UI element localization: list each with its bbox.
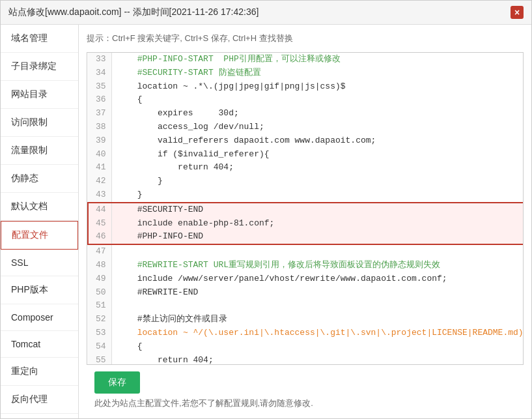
sidebar-item[interactable]: 子目录绑定 bbox=[1, 53, 78, 81]
main-content: 提示：Ctrl+F 搜索关键字, Ctrl+S 保存, Ctrl+H 查找替换 … bbox=[79, 25, 531, 418]
line-code: { bbox=[111, 93, 524, 107]
footer-bar: 保存 此处为站点主配置文件,若您不了解配置规则,请勿随意修改. bbox=[87, 365, 524, 413]
line-number: 46 bbox=[88, 230, 111, 244]
sidebar-item[interactable]: 访问限制 bbox=[1, 109, 78, 137]
table-row: 35 location ~ .*\.(jpg|jpeg|gif|png|js|c… bbox=[88, 80, 524, 94]
table-row: 43 } bbox=[88, 188, 524, 203]
line-number: 38 bbox=[88, 121, 111, 134]
line-number: 42 bbox=[88, 175, 111, 188]
line-number: 40 bbox=[88, 148, 111, 162]
line-code: #REWRITE-START URL重写规则引用，修改后将导致面板设置的伪静态规… bbox=[111, 259, 524, 272]
line-code: { bbox=[111, 340, 524, 354]
line-code: } bbox=[111, 175, 524, 188]
footer-hint: 此处为站点主配置文件,若您不了解配置规则,请勿随意修改. bbox=[94, 397, 516, 409]
line-code: #SECURITY-START 防盗链配置 bbox=[111, 66, 524, 80]
sidebar-item[interactable]: 网站目录 bbox=[1, 81, 78, 109]
sidebar: 域名管理子目录绑定网站目录访问限制流量限制伪静态默认文档配置文件SSLPHP版本… bbox=[1, 25, 79, 418]
table-row: 54 { bbox=[88, 340, 524, 354]
hint-bar: 提示：Ctrl+F 搜索关键字, Ctrl+S 保存, Ctrl+H 查找替换 bbox=[87, 30, 524, 47]
line-code: #PHP-INFO-END bbox=[111, 230, 524, 244]
modal-window: 站点修改[www.dapaoit.com] -- 添加时间[2021-11-26… bbox=[0, 0, 532, 419]
table-row: 37 expires 30d; bbox=[88, 107, 524, 121]
table-row: 39 valid_referers dapaoit.com www.dapaoi… bbox=[88, 134, 524, 148]
line-code: } bbox=[111, 188, 524, 203]
sidebar-item[interactable]: 域名管理 bbox=[1, 25, 78, 53]
modal-title: 站点修改[www.dapaoit.com] -- 添加时间[2021-11-26… bbox=[8, 7, 259, 18]
line-code: return 404; bbox=[111, 161, 524, 175]
line-number: 47 bbox=[88, 244, 111, 259]
table-row: 53 location ~ ^/(\.user.ini|\.htaccess|\… bbox=[88, 326, 524, 340]
modal-body: 域名管理子目录绑定网站目录访问限制流量限制伪静态默认文档配置文件SSLPHP版本… bbox=[1, 25, 531, 418]
line-number: 37 bbox=[88, 107, 111, 121]
sidebar-item[interactable]: 重定向 bbox=[1, 358, 78, 386]
table-row: 41 return 404; bbox=[88, 161, 524, 175]
table-row: 45 include enable-php-81.conf; bbox=[88, 217, 524, 231]
line-number: 52 bbox=[88, 313, 111, 326]
sidebar-item[interactable]: Composer bbox=[1, 304, 78, 331]
sidebar-item[interactable]: 流量限制 bbox=[1, 137, 78, 165]
close-button[interactable]: × bbox=[511, 6, 524, 19]
line-code: #REWRITE-END bbox=[111, 286, 524, 300]
line-number: 48 bbox=[88, 259, 111, 272]
table-row: 42 } bbox=[88, 175, 524, 188]
line-code: location ~ .*\.(jpg|jpeg|gif|png|js|css)… bbox=[111, 80, 524, 94]
table-row: 44 #SECURITY-END bbox=[88, 203, 524, 217]
line-number: 55 bbox=[88, 354, 111, 365]
table-row: 34 #SECURITY-START 防盗链配置 bbox=[88, 66, 524, 80]
line-code: valid_referers dapaoit.com www.dapaoit.c… bbox=[111, 134, 524, 148]
sidebar-item[interactable]: 配置文件 bbox=[1, 221, 78, 250]
line-number: 34 bbox=[88, 66, 111, 80]
line-number: 33 bbox=[88, 53, 111, 66]
sidebar-item[interactable]: 反向代理 bbox=[1, 386, 78, 414]
line-number: 35 bbox=[88, 80, 111, 94]
line-number: 36 bbox=[88, 93, 111, 107]
line-number: 44 bbox=[88, 203, 111, 217]
line-number: 53 bbox=[88, 326, 111, 340]
line-number: 49 bbox=[88, 272, 111, 286]
table-row: 46 #PHP-INFO-END bbox=[88, 230, 524, 244]
line-code: location ~ ^/(\.user.ini|\.htaccess|\.gi… bbox=[111, 326, 524, 340]
line-code: return 404; bbox=[111, 354, 524, 365]
table-row: 50 #REWRITE-END bbox=[88, 286, 524, 300]
line-number: 54 bbox=[88, 340, 111, 354]
line-code: access_log /dev/null; bbox=[111, 121, 524, 134]
table-row: 40 if ($invalid_referer){ bbox=[88, 148, 524, 162]
table-row: 47 bbox=[88, 244, 524, 259]
line-code: include /www/server/panel/vhost/rewrite/… bbox=[111, 272, 524, 286]
line-number: 39 bbox=[88, 134, 111, 148]
table-row: 52 #禁止访问的文件或目录 bbox=[88, 313, 524, 326]
title-bar: 站点修改[www.dapaoit.com] -- 添加时间[2021-11-26… bbox=[1, 1, 531, 25]
line-code: expires 30d; bbox=[111, 107, 524, 121]
sidebar-item[interactable]: 伪静态 bbox=[1, 165, 78, 193]
table-row: 48 #REWRITE-START URL重写规则引用，修改后将导致面板设置的伪… bbox=[88, 259, 524, 272]
code-editor[interactable]: 33 #PHP-INFO-START PHP引用配置，可以注释或修改34 #SE… bbox=[87, 52, 524, 365]
line-code: if ($invalid_referer){ bbox=[111, 148, 524, 162]
line-code bbox=[111, 299, 524, 313]
line-number: 51 bbox=[88, 299, 111, 313]
sidebar-item[interactable]: 默认文档 bbox=[1, 193, 78, 221]
table-row: 38 access_log /dev/null; bbox=[88, 121, 524, 134]
line-code: #PHP-INFO-START PHP引用配置，可以注释或修改 bbox=[111, 53, 524, 66]
save-button[interactable]: 保存 bbox=[94, 371, 140, 394]
sidebar-item[interactable]: PHP版本 bbox=[1, 276, 78, 304]
line-number: 41 bbox=[88, 161, 111, 175]
table-row: 36 { bbox=[88, 93, 524, 107]
line-number: 50 bbox=[88, 286, 111, 300]
table-row: 49 include /www/server/panel/vhost/rewri… bbox=[88, 272, 524, 286]
sidebar-item[interactable]: SSL bbox=[1, 250, 78, 276]
line-number: 43 bbox=[88, 188, 111, 203]
table-row: 51 bbox=[88, 299, 524, 313]
sidebar-item[interactable]: Tomcat bbox=[1, 331, 78, 358]
line-code: #SECURITY-END bbox=[111, 203, 524, 217]
line-number: 45 bbox=[88, 217, 111, 231]
code-table: 33 #PHP-INFO-START PHP引用配置，可以注释或修改34 #SE… bbox=[87, 53, 524, 365]
table-row: 33 #PHP-INFO-START PHP引用配置，可以注释或修改 bbox=[88, 53, 524, 66]
table-row: 55 return 404; bbox=[88, 354, 524, 365]
line-code bbox=[111, 244, 524, 259]
line-code: #禁止访问的文件或目录 bbox=[111, 313, 524, 326]
sidebar-item[interactable]: 防盗链 bbox=[1, 414, 78, 418]
line-code: include enable-php-81.conf; bbox=[111, 217, 524, 231]
